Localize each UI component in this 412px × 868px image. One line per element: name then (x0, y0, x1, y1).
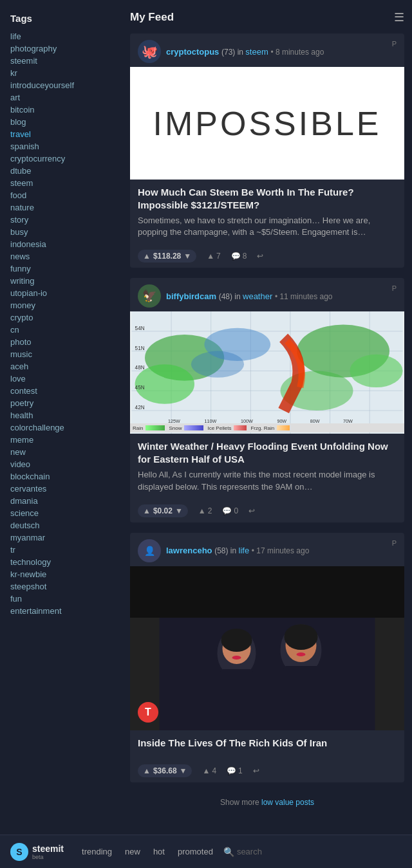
upvote-count-2[interactable]: ▲ 2 (198, 506, 212, 515)
sidebar-tag-art[interactable]: art (10, 91, 112, 104)
sidebar-tag-story[interactable]: story (10, 214, 112, 226)
sidebar-tag-deutsch[interactable]: deutsch (10, 519, 112, 531)
sidebar-tag-news[interactable]: news (10, 250, 112, 263)
sidebar-tag-fun[interactable]: fun (10, 593, 112, 605)
post-video-dark (130, 566, 404, 618)
sidebar-tag-meme[interactable]: meme (10, 434, 112, 446)
share-btn-2[interactable]: ↩ (248, 506, 255, 515)
sidebar-tag-cervantes[interactable]: cervantes (10, 483, 112, 495)
feed-menu-icon[interactable]: ☰ (394, 10, 404, 24)
sidebar-tag-introduceyourself[interactable]: introduceyourself (10, 79, 112, 91)
sidebar-tag-cn[interactable]: cn (10, 324, 112, 336)
post-title-1[interactable]: How Much Can Steem Be Worth In The Futur… (138, 186, 397, 211)
sidebar-tag-food[interactable]: food (10, 189, 112, 201)
sidebar: Tags lifephotographysteemitkrintroduceyo… (0, 0, 122, 829)
sidebar-tag-steem[interactable]: steem (10, 177, 112, 189)
comments-btn-2[interactable]: 💬 0 (222, 506, 238, 515)
post-author-name-2[interactable]: biffybirdcam (166, 291, 216, 301)
upvote-arrow-2: ▲ (198, 506, 206, 515)
dropdown-icon-2[interactable]: ▼ (175, 506, 183, 515)
upvote-icon-1[interactable]: ▲ (143, 252, 151, 261)
sidebar-tag-myanmar[interactable]: myanmar (10, 531, 112, 544)
bottom-nav: S steemit beta trending new hot promoted… (0, 835, 412, 868)
show-more-link[interactable]: low value posts (261, 798, 314, 807)
svg-text:51N: 51N (135, 346, 145, 351)
sidebar-tag-colorchallenge[interactable]: colorchallenge (10, 421, 112, 434)
comments-btn-1[interactable]: 💬 8 (231, 252, 247, 261)
sidebar-tag-money[interactable]: money (10, 299, 112, 311)
post-flag-2[interactable]: P (392, 284, 397, 292)
weather-map-svg: 54N 51N 48N 45N 42N 125W 110W 100W 90W 8… (130, 311, 404, 434)
sidebar-tag-poetry[interactable]: poetry (10, 397, 112, 409)
sidebar-tag-life[interactable]: life (10, 30, 112, 42)
vote-amount-1: $118.28 (153, 252, 181, 261)
search-icon: 🔍 (223, 847, 234, 857)
sidebar-tag-aceh[interactable]: aceh (10, 360, 112, 373)
comments-btn-3[interactable]: 💬 1 (227, 766, 243, 775)
sidebar-tag-love[interactable]: love (10, 373, 112, 385)
sidebar-tag-entertainment[interactable]: entertainment (10, 605, 112, 617)
post-title-2[interactable]: Winter Weather / Heavy Flooding Event Un… (138, 440, 397, 465)
nav-promoted[interactable]: promoted (178, 847, 213, 856)
post-author-info-3: lawrenceho (58) in life • 17 minutes ago (166, 546, 397, 555)
sidebar-tag-new[interactable]: new (10, 446, 112, 458)
sidebar-tag-nature[interactable]: nature (10, 201, 112, 214)
sidebar-tag-contest[interactable]: contest (10, 385, 112, 397)
post-author-name-1[interactable]: cryptoctopus (166, 47, 219, 57)
sidebar-tag-blockchain[interactable]: blockchain (10, 470, 112, 483)
sidebar-tag-dmania[interactable]: dmania (10, 495, 112, 507)
share-btn-3[interactable]: ↩ (253, 766, 259, 775)
nav-trending[interactable]: trending (82, 847, 112, 856)
post-content-2: Winter Weather / Heavy Flooding Event Un… (130, 434, 404, 499)
sidebar-tag-health[interactable]: health (10, 409, 112, 421)
sidebar-tag-steemit[interactable]: steemit (10, 55, 112, 67)
sidebar-tag-dtube[interactable]: dtube (10, 165, 112, 177)
sidebar-tag-technology[interactable]: technology (10, 556, 112, 568)
sidebar-tag-photo[interactable]: photo (10, 336, 112, 348)
post-flag-1[interactable]: P (392, 40, 397, 48)
post-channel-name-3[interactable]: life (239, 546, 250, 555)
post-flag-3[interactable]: P (392, 539, 397, 547)
sidebar-tag-bitcoin[interactable]: bitcoin (10, 104, 112, 116)
sidebar-tag-travel[interactable]: travel (10, 128, 112, 140)
vote-button-3[interactable]: ▲ $36.68 ▼ (138, 764, 192, 777)
sidebar-tag-video[interactable]: video (10, 458, 112, 470)
sidebar-tag-music[interactable]: music (10, 348, 112, 360)
dropdown-icon-3[interactable]: ▼ (180, 766, 187, 775)
sidebar-tag-utopian-io[interactable]: utopian-io (10, 287, 112, 299)
post-author-name-3[interactable]: lawrenceho (166, 546, 212, 555)
sidebar-tag-funny[interactable]: funny (10, 263, 112, 275)
sidebar-tag-busy[interactable]: busy (10, 226, 112, 238)
sidebar-tag-science[interactable]: science (10, 507, 112, 519)
search-input[interactable] (237, 847, 288, 856)
sidebar-tag-photography[interactable]: photography (10, 42, 112, 55)
sidebar-tag-writing[interactable]: writing (10, 275, 112, 287)
sidebar-tag-tr[interactable]: tr (10, 544, 112, 556)
sidebar-tag-spanish[interactable]: spanish (10, 140, 112, 152)
upvote-icon-2[interactable]: ▲ (143, 506, 151, 515)
sidebar-tag-indonesia[interactable]: indonesia (10, 238, 112, 250)
dropdown-icon-1[interactable]: ▼ (183, 252, 191, 261)
share-icon-3: ↩ (253, 766, 259, 775)
sidebar-tag-kr[interactable]: kr (10, 67, 112, 79)
nav-hot[interactable]: hot (153, 847, 165, 856)
svg-point-15 (350, 355, 402, 387)
post-excerpt-1: Sometimes, we have to stretch our imagin… (138, 215, 397, 238)
nav-logo[interactable]: S steemit beta (10, 843, 64, 861)
upvote-count-3[interactable]: ▲ 4 (202, 766, 216, 775)
sidebar-tag-blog[interactable]: blog (10, 116, 112, 128)
upvote-icon-3[interactable]: ▲ (143, 766, 151, 775)
nav-new[interactable]: new (125, 847, 140, 856)
vote-button-2[interactable]: ▲ $0.02 ▼ (138, 504, 188, 517)
sidebar-tag-crypto[interactable]: crypto (10, 311, 112, 324)
post-channel-name-2[interactable]: weather (243, 291, 272, 301)
vote-button-1[interactable]: ▲ $118.28 ▼ (138, 250, 196, 263)
post-title-3[interactable]: Inside The Lives Of The Rich Kids Of Ira… (138, 737, 397, 750)
sidebar-tag-cryptocurrency[interactable]: cryptocurrency (10, 152, 112, 165)
post-channel-name-1[interactable]: steem (245, 47, 268, 57)
upvote-count-1[interactable]: ▲ 7 (207, 252, 221, 261)
share-btn-1[interactable]: ↩ (257, 252, 263, 261)
post-time-val-3: 17 minutes ago (256, 546, 309, 555)
sidebar-tag-kr-newbie[interactable]: kr-newbie (10, 568, 112, 580)
sidebar-tag-steepshot[interactable]: steepshot (10, 580, 112, 593)
